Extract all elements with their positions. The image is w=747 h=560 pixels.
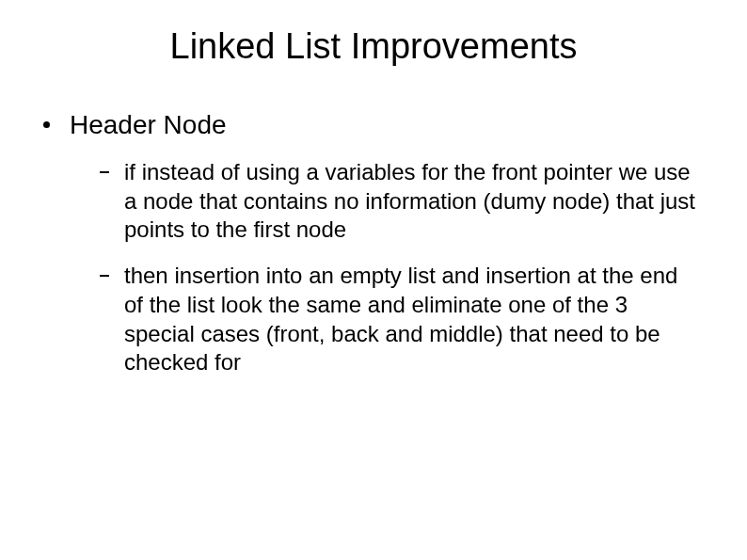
bullet-list-level2: if instead of using a variables for the … (70, 158, 700, 377)
slide-title: Linked List Improvements (0, 0, 747, 86)
bullet-level2-text: if instead of using a variables for the … (124, 159, 695, 242)
bullet-level2-item: then insertion into an empty list and in… (96, 262, 700, 377)
slide: Linked List Improvements Header Node if … (0, 0, 747, 560)
slide-content: Header Node if instead of using a variab… (0, 108, 747, 377)
bullet-level1-text: Header Node (70, 110, 227, 139)
bullet-level2-text: then insertion into an empty list and in… (124, 263, 677, 375)
bullet-level2-item: if instead of using a variables for the … (96, 158, 700, 245)
bullet-list-level1: Header Node if instead of using a variab… (38, 108, 700, 377)
bullet-level1-item: Header Node if instead of using a variab… (38, 108, 700, 377)
